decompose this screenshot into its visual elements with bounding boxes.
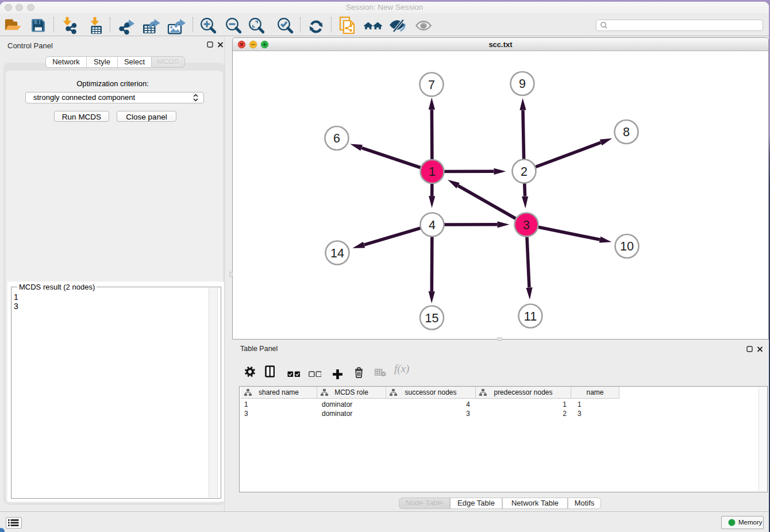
svg-text:2: 2 [521,165,528,179]
svg-text:4: 4 [429,218,436,232]
svg-text:1: 1 [429,165,436,179]
svg-text:15: 15 [425,311,439,325]
svg-text:9: 9 [519,77,526,91]
svg-text:10: 10 [620,240,634,253]
svg-text:3: 3 [523,218,530,232]
svg-text:14: 14 [330,246,344,260]
svg-text:8: 8 [623,125,630,139]
svg-text:11: 11 [524,310,537,323]
svg-text:7: 7 [428,78,435,92]
svg-text:6: 6 [333,132,340,145]
